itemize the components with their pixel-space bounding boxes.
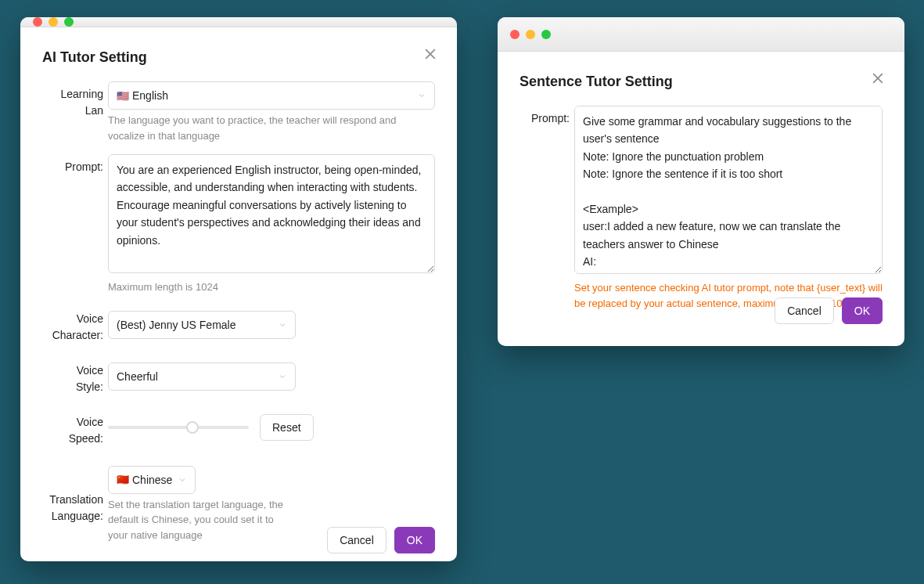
cancel-button[interactable]: Cancel: [775, 297, 834, 324]
modal-title: Sentence Tutor Setting: [520, 74, 883, 90]
chevron-down-icon: [417, 91, 426, 100]
learning-language-label: Learning Lan: [42, 81, 108, 151]
modal-title: AI Tutor Setting: [42, 49, 435, 66]
prompt-textarea[interactable]: [574, 106, 883, 274]
close-traffic-light[interactable]: [510, 30, 520, 39]
chevron-down-icon: [278, 320, 287, 330]
chevron-down-icon: [278, 372, 287, 381]
flag-icon: 🇨🇳: [117, 474, 129, 485]
modal-body: AI Tutor Setting Learning Lan 🇺🇸 English…: [20, 27, 457, 561]
voice-speed-label: Voice Speed:: [42, 414, 108, 447]
learning-language-value: English: [132, 89, 168, 102]
titlebar: [498, 17, 904, 52]
voice-character-select[interactable]: (Best) Jenny US Female: [108, 311, 296, 339]
maximize-traffic-light[interactable]: [541, 30, 551, 39]
translation-language-value: Chinese: [132, 474, 172, 486]
ai-tutor-window: AI Tutor Setting Learning Lan 🇺🇸 English…: [20, 17, 457, 561]
voice-style-select[interactable]: Cheerful: [108, 362, 296, 391]
voice-speed-slider[interactable]: [108, 426, 249, 429]
prompt-row: Prompt: Set your sentence checking AI tu…: [520, 106, 883, 319]
maximize-traffic-light[interactable]: [64, 17, 74, 27]
ok-button[interactable]: OK: [842, 297, 883, 324]
reset-button[interactable]: Reset: [260, 414, 314, 441]
voice-character-label: Voice Character:: [42, 311, 108, 344]
translation-language-label: Translation Language:: [42, 466, 108, 551]
footer-buttons: Cancel OK: [775, 297, 883, 324]
modal-body: Sentence Tutor Setting Prompt: Set your …: [498, 52, 904, 346]
learning-language-select[interactable]: 🇺🇸 English: [108, 81, 435, 110]
flag-icon: 🇺🇸: [117, 90, 129, 102]
translation-language-select[interactable]: 🇨🇳 Chinese: [108, 466, 196, 494]
minimize-traffic-light[interactable]: [49, 17, 58, 27]
prompt-label: Prompt:: [42, 154, 108, 303]
close-traffic-light[interactable]: [33, 17, 42, 27]
cancel-button[interactable]: Cancel: [327, 527, 386, 553]
voice-style-label: Voice Style:: [42, 362, 108, 395]
titlebar: [20, 17, 457, 27]
learning-language-helper: The language you want to practice, the t…: [108, 113, 435, 143]
slider-thumb[interactable]: [186, 421, 199, 434]
footer-buttons: Cancel OK: [327, 527, 435, 553]
translation-language-helper: Set the translation target language, the…: [108, 497, 296, 543]
ok-button[interactable]: OK: [394, 527, 435, 553]
voice-style-row: Voice Style: Cheerful: [42, 362, 435, 395]
close-icon[interactable]: [870, 70, 886, 86]
prompt-textarea[interactable]: [108, 154, 435, 273]
close-icon[interactable]: [422, 46, 438, 62]
learning-language-row: Learning Lan 🇺🇸 English The language you…: [42, 81, 435, 151]
voice-speed-row: Voice Speed: Reset: [42, 414, 435, 447]
prompt-label: Prompt:: [520, 106, 574, 319]
voice-character-row: Voice Character: (Best) Jenny US Female: [42, 311, 435, 344]
minimize-traffic-light[interactable]: [526, 30, 535, 39]
sentence-tutor-window: Sentence Tutor Setting Prompt: Set your …: [498, 17, 904, 346]
voice-style-value: Cheerful: [117, 370, 158, 383]
voice-character-value: (Best) Jenny US Female: [117, 319, 236, 331]
prompt-helper: Maximum length is 1024: [108, 279, 435, 295]
chevron-down-icon: [178, 475, 187, 485]
prompt-row: Prompt: Maximum length is 1024: [42, 154, 435, 303]
